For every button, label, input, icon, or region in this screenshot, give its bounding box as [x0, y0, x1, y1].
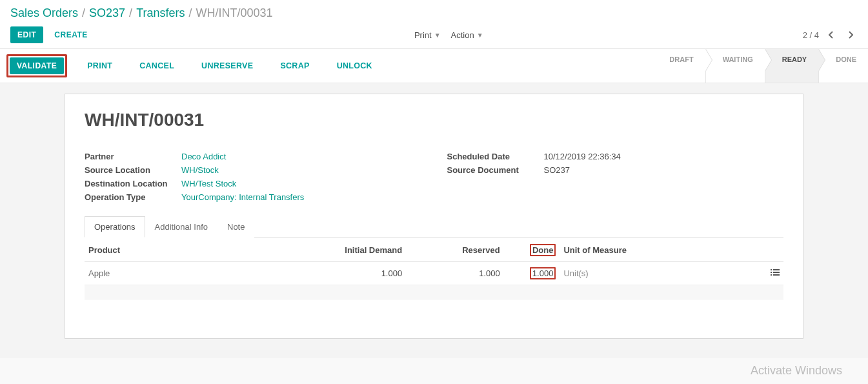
svg-rect-2 [771, 272, 772, 273]
validate-highlight: VALIDATE [6, 54, 67, 77]
breadcrumb-separator: / [188, 6, 192, 20]
cell-initial: 1.000 [308, 262, 407, 285]
cancel-button[interactable]: CANCEL [132, 57, 181, 74]
breadcrumb-separator: / [82, 6, 85, 20]
pager-text: 2 / 4 [803, 30, 819, 40]
source-document-value: SO237 [544, 165, 570, 175]
breadcrumb-sales-orders[interactable]: Sales Orders [10, 6, 78, 20]
cell-reserved: 1.000 [406, 262, 504, 285]
operation-type-value[interactable]: YourCompany: Internal Transfers [181, 192, 304, 202]
breadcrumb-current: WH/INT/00031 [196, 6, 273, 20]
chevron-left-icon [829, 31, 834, 39]
unlock-button[interactable]: UNLOCK [330, 57, 379, 74]
cell-product: Apple [85, 262, 308, 285]
tab-operations[interactable]: Operations [85, 216, 145, 237]
source-location-label: Source Location [85, 165, 181, 175]
unreserve-button[interactable]: UNRESERVE [194, 57, 260, 74]
record-title: WH/INT/00031 [85, 110, 783, 130]
print-label: Print [414, 30, 432, 40]
svg-rect-3 [773, 272, 780, 273]
col-uom[interactable]: Unit of Measure [560, 237, 742, 262]
scheduled-date-label: Scheduled Date [447, 152, 544, 161]
breadcrumb-order[interactable]: SO237 [89, 6, 125, 20]
col-product[interactable]: Product [85, 237, 308, 262]
partner-value[interactable]: Deco Addict [181, 152, 226, 161]
table-row[interactable]: Apple 1.000 1.000 1.000 Unit(s) [85, 262, 783, 285]
action-dropdown[interactable]: Action ▼ [451, 30, 483, 40]
col-initial-demand[interactable]: Initial Demand [308, 237, 407, 262]
cell-uom: Unit(s) [560, 262, 742, 285]
scrap-button[interactable]: SCRAP [273, 57, 316, 74]
chevron-down-icon: ▼ [477, 32, 483, 39]
operations-table: Product Initial Demand Reserved Done Uni… [85, 237, 783, 299]
breadcrumb-separator: / [129, 6, 132, 20]
tab-additional-info[interactable]: Additional Info [145, 216, 217, 237]
action-label: Action [451, 30, 474, 40]
print-button[interactable]: PRINT [80, 57, 119, 74]
pager-next-button[interactable] [843, 28, 858, 42]
svg-rect-4 [771, 274, 772, 276]
svg-rect-1 [773, 269, 780, 270]
status-waiting[interactable]: WAITING [705, 49, 765, 83]
print-dropdown[interactable]: Print ▼ [414, 30, 441, 40]
list-icon [771, 268, 780, 276]
destination-location-value[interactable]: WH/Test Stock [181, 179, 236, 188]
svg-rect-5 [773, 274, 780, 276]
col-done[interactable]: Done [504, 237, 560, 262]
edit-button[interactable]: EDIT [10, 26, 43, 43]
record-sheet: WH/INT/00031 Partner Deco Addict Source … [65, 94, 803, 339]
chevron-right-icon [848, 31, 853, 39]
create-button[interactable]: CREATE [47, 26, 94, 43]
svg-rect-0 [771, 269, 772, 270]
chevron-down-icon: ▼ [434, 32, 441, 39]
done-header-highlight: Done [530, 244, 556, 256]
breadcrumb-transfers[interactable]: Transfers [136, 6, 185, 20]
scheduled-date-value: 10/12/2019 22:36:34 [544, 152, 621, 161]
partner-label: Partner [85, 152, 181, 161]
status-done[interactable]: DONE [818, 49, 868, 83]
table-footer-row [85, 285, 783, 299]
breadcrumb: Sales Orders / SO237 / Transfers / WH/IN… [10, 4, 858, 24]
source-document-label: Source Document [447, 165, 544, 175]
pager-prev-button[interactable] [824, 28, 838, 42]
tab-note[interactable]: Note [217, 216, 254, 237]
done-cell-highlight: 1.000 [530, 267, 556, 279]
cell-done: 1.000 [504, 262, 560, 285]
status-draft[interactable]: DRAFT [652, 49, 705, 83]
operation-type-label: Operation Type [85, 192, 181, 202]
col-reserved[interactable]: Reserved [406, 237, 504, 262]
destination-location-label: Destination Location [85, 179, 181, 188]
status-bar: DRAFT WAITING READY DONE [652, 49, 868, 83]
validate-button[interactable]: VALIDATE [10, 57, 64, 74]
row-details-button[interactable] [742, 262, 783, 285]
status-ready[interactable]: READY [765, 49, 819, 83]
source-location-value[interactable]: WH/Stock [181, 165, 219, 175]
